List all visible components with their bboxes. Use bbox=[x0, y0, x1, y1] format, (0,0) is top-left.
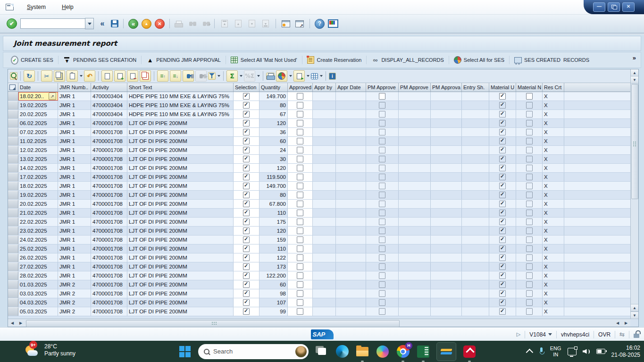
cell-jmr[interactable]: JMR 1 bbox=[58, 244, 91, 253]
material_n-checkbox[interactable] bbox=[526, 111, 533, 118]
scroll-right-button-end[interactable]: ▶ bbox=[622, 320, 630, 327]
row-selector[interactable] bbox=[8, 101, 18, 109]
row-selector[interactable] bbox=[8, 244, 18, 253]
selection-checkbox[interactable] bbox=[243, 299, 250, 306]
material_n-checkbox[interactable] bbox=[526, 147, 533, 153]
material_n-checkbox[interactable] bbox=[526, 219, 533, 225]
cell-appr_by[interactable] bbox=[313, 92, 336, 101]
minimize-button[interactable]: — bbox=[593, 2, 605, 12]
cell-appr_date[interactable] bbox=[336, 182, 366, 190]
cell-date[interactable]: 18.02.2025 bbox=[18, 182, 58, 190]
material_n-checkbox[interactable] bbox=[526, 174, 533, 180]
pm_approve1-checkbox[interactable] bbox=[379, 165, 385, 171]
row-selector[interactable] bbox=[8, 137, 18, 145]
cell-quantity[interactable]: 99 bbox=[259, 307, 288, 316]
cell-res_crt[interactable]: X bbox=[543, 164, 564, 172]
cell-approved[interactable] bbox=[288, 200, 313, 208]
cell-jmr[interactable]: JMR 1 bbox=[58, 101, 91, 109]
approved-checkbox[interactable] bbox=[297, 120, 303, 126]
cell-material_u[interactable] bbox=[489, 200, 516, 208]
cell-quantity[interactable]: 67 bbox=[259, 110, 288, 118]
cell-selection[interactable] bbox=[234, 244, 259, 253]
selection-checkbox[interactable] bbox=[243, 129, 250, 135]
cell-entry_sh[interactable] bbox=[462, 271, 489, 280]
cell-pm_approve1[interactable] bbox=[366, 173, 399, 181]
cell-pm_approve2[interactable] bbox=[399, 209, 431, 217]
cell-pm_approve1[interactable] bbox=[366, 280, 399, 289]
page-up-icon[interactable]: ▲ bbox=[233, 18, 243, 29]
pm_approve1-checkbox[interactable] bbox=[379, 138, 385, 144]
cell-entry_sh[interactable] bbox=[462, 146, 489, 154]
cell-activity[interactable]: 4700001708 bbox=[91, 298, 127, 307]
cell-activity[interactable]: 4700001708 bbox=[91, 280, 127, 289]
cell-material_u[interactable] bbox=[489, 191, 516, 199]
collapse-icon[interactable] bbox=[97, 18, 108, 29]
cell-res_crt[interactable]: X bbox=[543, 128, 564, 136]
cell-pm_approva3[interactable] bbox=[431, 92, 462, 101]
cell-material_n[interactable] bbox=[516, 119, 543, 127]
cell-material_n[interactable] bbox=[516, 137, 543, 145]
approved-checkbox[interactable] bbox=[297, 111, 303, 118]
cell-approved[interactable] bbox=[288, 164, 313, 172]
material_n-checkbox[interactable] bbox=[526, 245, 533, 252]
scroll-up-button-bottom[interactable]: ▲ bbox=[631, 304, 638, 311]
page-down-icon[interactable]: ▼ bbox=[247, 18, 257, 29]
cell-date[interactable]: 01.03.2025 bbox=[18, 280, 58, 289]
find-next-icon[interactable] bbox=[199, 18, 209, 29]
acrobat-taskbar-icon[interactable] bbox=[462, 345, 477, 359]
approved-checkbox[interactable] bbox=[297, 227, 303, 234]
row-selector[interactable] bbox=[8, 110, 18, 118]
cell-res_crt[interactable]: X bbox=[543, 110, 564, 118]
cell-material_n[interactable] bbox=[516, 271, 543, 280]
row-selector[interactable] bbox=[8, 307, 18, 316]
material_n-checkbox[interactable] bbox=[526, 272, 533, 279]
cell-appr_by[interactable] bbox=[313, 173, 336, 181]
cell-date[interactable]: 22.02.2025 bbox=[18, 218, 58, 226]
cell-jmr[interactable]: JMR 2 bbox=[58, 289, 91, 298]
cell-pm_approve1[interactable] bbox=[366, 227, 399, 235]
cell-entry_sh[interactable] bbox=[462, 173, 489, 181]
cell-quantity[interactable]: 119.500 bbox=[259, 173, 288, 181]
cell-activity[interactable]: 4700003404 bbox=[91, 101, 127, 109]
row-selector[interactable] bbox=[8, 218, 18, 226]
cell-activity[interactable]: 4700001708 bbox=[91, 218, 127, 226]
cell-material_n[interactable] bbox=[516, 128, 543, 136]
cell-pm_approva3[interactable] bbox=[431, 200, 462, 208]
clock[interactable]: 16:02 21-08-2025 bbox=[611, 345, 640, 359]
material_n-checkbox[interactable] bbox=[526, 192, 533, 198]
cell-approved[interactable] bbox=[288, 280, 313, 289]
material_u-checkbox[interactable] bbox=[499, 201, 506, 207]
material_n-checkbox[interactable] bbox=[526, 93, 533, 100]
pm_approve1-checkbox[interactable] bbox=[379, 227, 385, 234]
cell-quantity[interactable]: 36 bbox=[259, 128, 288, 136]
cell-appr_by[interactable] bbox=[313, 200, 336, 208]
cell-material_n[interactable] bbox=[516, 209, 543, 217]
cell-pm_approve2[interactable] bbox=[399, 289, 431, 298]
cell-appr_date[interactable] bbox=[336, 262, 366, 271]
cell-jmr[interactable]: JMR 1 bbox=[58, 128, 91, 136]
screen-menu-icon[interactable] bbox=[6, 4, 14, 10]
cell-entry_sh[interactable] bbox=[462, 92, 489, 101]
cell-entry_sh[interactable] bbox=[462, 253, 489, 262]
new-session-icon[interactable] bbox=[281, 18, 291, 29]
cell-entry_sh[interactable] bbox=[462, 128, 489, 136]
cell-approved[interactable] bbox=[288, 137, 313, 145]
row-selector[interactable] bbox=[8, 227, 18, 235]
col-header-appr_by[interactable]: Appr by bbox=[313, 83, 336, 92]
col-header-res_crt[interactable]: Res Crt bbox=[543, 83, 564, 92]
shortcut-icon[interactable] bbox=[294, 18, 305, 29]
cell-pm_approve2[interactable] bbox=[399, 253, 431, 262]
cell-material_u[interactable] bbox=[489, 244, 516, 253]
cell-entry_sh[interactable] bbox=[462, 236, 489, 244]
col-header-short_text[interactable]: Short Text bbox=[127, 83, 234, 92]
cell-pm_approve2[interactable] bbox=[399, 271, 431, 280]
cell-selection[interactable] bbox=[234, 155, 259, 163]
cell-pm_approve2[interactable] bbox=[399, 146, 431, 154]
select-all-header[interactable] bbox=[8, 83, 18, 92]
cell-selection[interactable] bbox=[234, 280, 259, 289]
cell-material_n[interactable] bbox=[516, 110, 543, 118]
cell-res_crt[interactable]: X bbox=[543, 191, 564, 199]
paste-icon[interactable] bbox=[67, 70, 78, 82]
cell-approved[interactable] bbox=[288, 119, 313, 127]
cell-approved[interactable] bbox=[288, 128, 313, 136]
